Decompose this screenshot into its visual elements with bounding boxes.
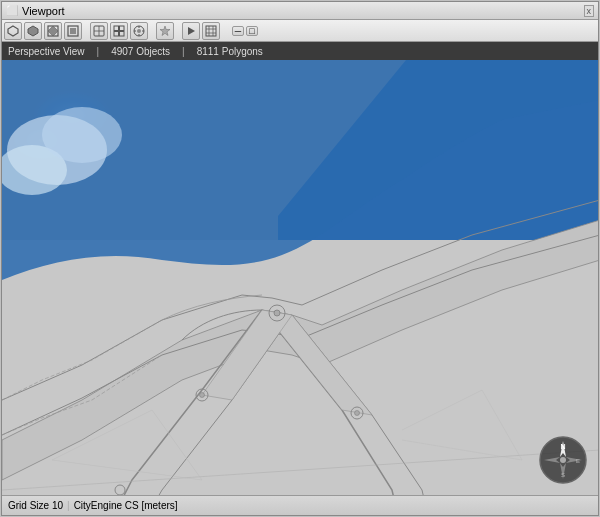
toolbar-button-star[interactable] [156,22,174,40]
toolbar-button-5[interactable] [90,22,108,40]
svg-rect-21 [206,26,216,36]
wireframe-overlay [2,60,598,495]
svg-point-35 [115,485,125,495]
toolbar-button-minimize[interactable]: ─ [232,26,244,36]
close-button[interactable]: x [584,5,595,17]
svg-point-34 [355,411,360,416]
svg-point-32 [200,393,205,398]
svg-line-41 [52,460,202,480]
toolbar-button-7[interactable] [130,22,148,40]
svg-text:S: S [561,472,565,478]
svg-line-43 [482,390,522,460]
svg-marker-3 [48,26,58,36]
svg-point-50 [560,457,566,463]
svg-text:E: E [576,458,580,464]
toolbar-button-grid[interactable] [202,22,220,40]
viewport-canvas[interactable]: N S E [2,60,598,495]
svg-marker-19 [160,26,170,36]
svg-marker-1 [28,26,38,36]
svg-line-42 [402,390,482,430]
toolbar-button-3[interactable] [44,22,62,40]
polygons-count: 8111 Polygons [197,46,263,57]
info-bar: Perspective View | 4907 Objects | 8111 P… [2,42,598,60]
svg-point-28 [42,107,122,163]
toolbar-button-6[interactable] [110,22,128,40]
toolbar-button-1[interactable] [4,22,22,40]
toolbar: ─ □ [2,20,598,42]
grid-size-label: Grid Size 10 [8,500,63,511]
window-title: Viewport [22,5,65,17]
svg-rect-12 [120,31,125,36]
objects-count: 4907 Objects [111,46,170,57]
view-label: Perspective View [8,46,85,57]
svg-text:N: N [560,443,565,450]
svg-point-30 [274,310,280,316]
toolbar-button-play[interactable] [182,22,200,40]
svg-line-36 [2,450,598,490]
svg-rect-10 [120,26,125,31]
status-bar: Grid Size 10 | CityEngine CS [meters] [2,495,598,515]
coordinate-system-label: CityEngine CS [meters] [74,500,178,511]
svg-marker-20 [188,27,195,35]
title-bar: ⬜ Viewport x [2,2,598,20]
compass-rose: N S E [538,435,588,485]
svg-rect-11 [114,31,119,36]
svg-point-14 [137,29,141,33]
separator-2: | [182,46,185,57]
viewport-icon: ⬜ [6,5,18,16]
toolbar-button-maximize[interactable]: □ [246,26,258,36]
svg-rect-9 [114,26,119,31]
status-separator: | [67,500,70,511]
svg-line-44 [402,440,522,460]
svg-rect-5 [70,28,76,34]
toolbar-button-2[interactable] [24,22,42,40]
toolbar-button-4[interactable] [64,22,82,40]
title-left: ⬜ Viewport [6,5,65,17]
svg-marker-0 [8,26,18,36]
separator-1: | [97,46,100,57]
viewport-window: ⬜ Viewport x [1,1,599,516]
